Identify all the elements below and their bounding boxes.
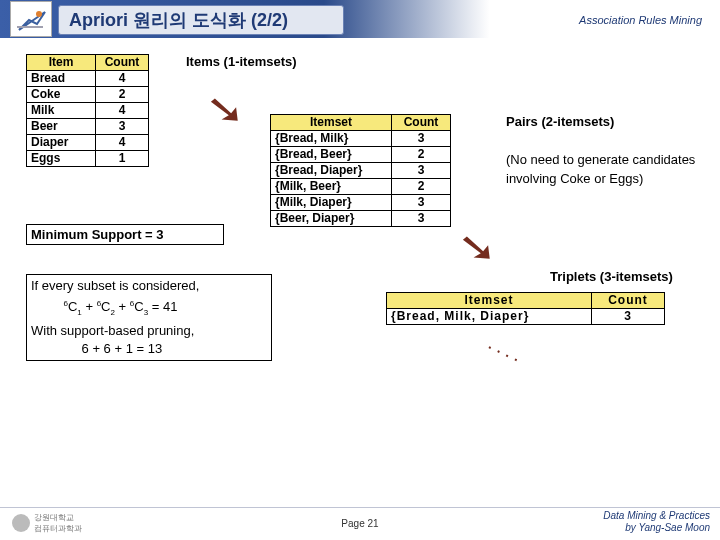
items-caption: Items (1-itemsets) — [186, 54, 297, 69]
combination-count-box: If every subset is considered, 6C1 + 6C2… — [26, 274, 272, 361]
combos-line3: With support-based pruning, — [31, 323, 194, 338]
credit-line1: Data Mining & Practices — [603, 510, 710, 521]
svg-rect-3 — [17, 26, 43, 28]
col-item: Item — [27, 55, 96, 71]
arrow-down-right-icon: ➘ — [205, 86, 246, 132]
svg-rect-0 — [12, 3, 50, 35]
table-row: Coke2 — [27, 87, 149, 103]
table-row: Bread4 — [27, 71, 149, 87]
pairs-note: (No need to generate candidates involvin… — [506, 152, 695, 186]
footer: 강원대학교 컴퓨터과학과 Page 21 Data Mining & Pract… — [0, 507, 720, 540]
table-row: {Milk, Diaper}3 — [271, 195, 451, 211]
col-count: Count — [392, 115, 451, 131]
slide-icon — [10, 1, 52, 37]
slide-subtitle: Association Rules Mining — [579, 14, 702, 26]
pairs-table: ItemsetCount {Bread, Milk}3 {Bread, Beer… — [270, 114, 451, 227]
table-row: {Milk, Beer}2 — [271, 179, 451, 195]
col-count: Count — [592, 293, 665, 309]
credit-line2: by Yang-Sae Moon — [625, 522, 710, 533]
table-row: {Bread, Milk, Diaper}3 — [387, 309, 665, 325]
arrow-down-right-icon: ➘ — [457, 224, 498, 270]
triplets-caption: Triplets (3-itemsets) — [550, 269, 673, 284]
triplets-table: ItemsetCount {Bread, Milk, Diaper}3 — [386, 292, 665, 325]
pairs-caption: Pairs (2-itemsets) (No need to generate … — [506, 112, 702, 188]
items-table: ItemCount Bread4 Coke2 Milk4 Beer3 Diape… — [26, 54, 149, 167]
pairs-caption-title: Pairs (2-itemsets) — [506, 114, 614, 129]
combos-line1: If every subset is considered, — [31, 278, 199, 293]
table-row: {Bread, Beer}2 — [271, 147, 451, 163]
table-row: Eggs1 — [27, 151, 149, 167]
col-count: Count — [96, 55, 149, 71]
table-row: {Bread, Milk}3 — [271, 131, 451, 147]
combos-line4: 6 + 6 + 1 = 13 — [82, 341, 163, 356]
slide-content: ItemCount Bread4 Coke2 Milk4 Beer3 Diape… — [22, 54, 702, 506]
title-bar: Apriori 원리의 도식화 (2/2) Association Rules … — [0, 0, 720, 38]
min-support-box: Minimum Support = 3 — [26, 224, 224, 245]
svg-point-2 — [36, 11, 42, 17]
ellipsis-icon: ···· — [483, 335, 527, 372]
col-itemset: Itemset — [271, 115, 392, 131]
slide-title: Apriori 원리의 도식화 (2/2) — [58, 5, 344, 35]
col-itemset: Itemset — [387, 293, 592, 309]
table-row: Diaper4 — [27, 135, 149, 151]
table-row: Milk4 — [27, 103, 149, 119]
table-row: Beer3 — [27, 119, 149, 135]
credit: Data Mining & Practices by Yang-Sae Moon — [603, 510, 710, 534]
table-row: {Bread, Diaper}3 — [271, 163, 451, 179]
table-row: {Beer, Diaper}3 — [271, 211, 451, 227]
